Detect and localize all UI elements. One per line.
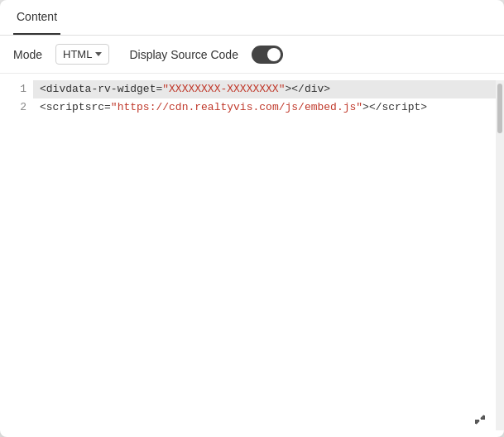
expand-icon[interactable] — [473, 412, 487, 427]
attr-value2: "https://cdn.realtyvis.com/js/embed.js" — [111, 98, 362, 117]
scrollbar-thumb[interactable] — [497, 84, 502, 133]
end-bracket: > — [324, 80, 330, 98]
close-tag-name2: script — [382, 98, 421, 117]
eq2: = — [104, 98, 111, 117]
line-numbers: 1 2 — [0, 80, 33, 430]
code-line-2: <script src="https://cdn.realtyvis.com/j… — [40, 98, 489, 117]
tab-content[interactable]: Content — [13, 0, 60, 35]
tab-bar: Content — [0, 0, 504, 36]
end-bracket2: > — [420, 98, 427, 117]
tag-name: div — [46, 80, 65, 98]
mode-select[interactable]: HTML — [55, 44, 109, 65]
code-line-1: <div data-rv-widget="XXXXXXXX-XXXXXXXX">… — [33, 80, 496, 98]
attr-name: data-rv-widget — [65, 80, 156, 98]
toolbar: Mode HTML Display Source Code — [0, 36, 504, 74]
display-source-toggle[interactable] — [252, 46, 283, 64]
scrollbar-track[interactable] — [496, 80, 504, 430]
expand-svg — [473, 412, 487, 427]
tag-name2: script — [46, 98, 85, 117]
line-number-2: 2 — [7, 98, 26, 117]
close-bracket: ></ — [285, 80, 304, 98]
code-content[interactable]: <div data-rv-widget="XXXXXXXX-XXXXXXXX">… — [33, 80, 496, 430]
code-editor: 1 2 <div data-rv-widget="XXXXXXXX-XXXXXX… — [0, 74, 504, 437]
attr-value: "XXXXXXXX-XXXXXXXX" — [162, 80, 285, 98]
bracket: < — [40, 80, 46, 98]
chevron-down-icon — [95, 52, 102, 56]
mode-label: Mode — [13, 48, 42, 61]
attr-name2: src — [85, 98, 104, 117]
line-number-1: 1 — [7, 80, 26, 98]
bracket2: < — [40, 98, 46, 117]
close-tag-name: div — [305, 80, 324, 98]
display-source-label: Display Source Code — [129, 48, 238, 61]
eq: = — [156, 80, 162, 98]
mode-value: HTML — [63, 48, 92, 60]
close-bracket2: ></ — [362, 98, 382, 117]
main-card: Content Mode HTML Display Source Code 1 … — [0, 0, 504, 437]
